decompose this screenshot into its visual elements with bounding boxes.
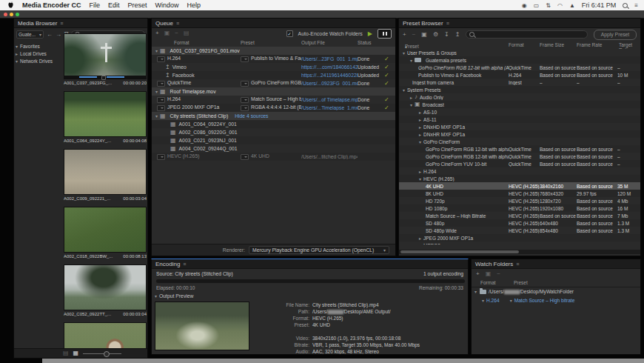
forward-icon[interactable]: → [56, 32, 61, 38]
preset-chip-icon[interactable] [241, 56, 249, 62]
output-format[interactable]: QuickTime [167, 80, 191, 85]
delete-preset-icon[interactable]: − [412, 32, 416, 38]
chevron-down-icon[interactable]: ▾ [419, 139, 421, 144]
encoding-tab[interactable]: Encoding ≡ [152, 259, 468, 269]
minimize-button[interactable] [10, 13, 13, 16]
upload-destination[interactable]: Facebook [172, 73, 195, 78]
clip-thumbnail[interactable] [64, 207, 147, 253]
preset-category-row[interactable]: ▸AS-10 [399, 108, 640, 116]
preset-category-row[interactable]: ▸MPEG2 [399, 242, 640, 244]
apple-icon[interactable] [7, 1, 14, 9]
preset-row[interactable]: HD 720p HEVC (H.265)1280x720Based on sou… [399, 197, 640, 204]
panel-menu-icon[interactable]: ≡ [60, 21, 63, 26]
chevron-down-icon[interactable]: ▾ [155, 113, 158, 119]
chevron-down-icon[interactable]: ▾ [155, 89, 158, 94]
remove-watch-folder-icon[interactable]: − [497, 271, 500, 277]
preset-category-row[interactable]: ▾▣Broadcast [399, 101, 640, 108]
chevron-down-icon[interactable]: ▾ [419, 176, 421, 182]
close-button[interactable] [4, 13, 7, 16]
preset-chip-icon[interactable] [241, 81, 249, 87]
display-icon[interactable]: ▭ [534, 2, 540, 9]
preset-category-row[interactable]: ▸AS-11 [399, 116, 640, 123]
media-clip[interactable]: A002_C009_092221_...00:00:03:04 [64, 149, 147, 202]
chevron-right-icon[interactable]: ▸ [419, 169, 421, 174]
clip-thumbnail[interactable] [64, 264, 147, 310]
queue-source-row[interactable]: ▦A002_C086_09220G_001 [152, 128, 395, 136]
tree-item-network-drives[interactable]: ▾ Network Drives [16, 57, 63, 64]
output-file-link[interactable]: /Users/...0923FG_001.mov [301, 81, 358, 86]
chevron-right-icon[interactable]: ▸ [419, 117, 421, 122]
tree-item-favorites[interactable]: ▾ Favorites [16, 42, 63, 50]
output-file-link[interactable]: https://....com/184066142 [301, 64, 358, 70]
screen-record-icon[interactable]: ◉ [522, 2, 527, 9]
scrollbar-thumb[interactable] [400, 250, 519, 253]
chevron-right-icon[interactable]: ▸ [419, 236, 421, 241]
menubar-app-name[interactable]: Media Encoder CC [22, 1, 81, 9]
queue-job-row[interactable]: ▾ ▦ A001_C037_0921FG_001.mov [152, 47, 395, 55]
preset-row[interactable]: GoPro CineForm RGB 12-bit with alpha (Al… [399, 64, 640, 71]
queue-upload-row[interactable]: ↥Facebook https://...241196144602283 Upl… [152, 71, 395, 79]
menu-file[interactable]: File [90, 1, 101, 9]
queue-output-row[interactable]: JPEG 2000 MXF OP1a RGBA 4:4:4:4 12-bit (… [152, 104, 395, 112]
queue-output-row[interactable]: H.264 Match Source – High bitr... /Users… [152, 96, 395, 104]
panel-menu-icon[interactable]: ≡ [183, 262, 186, 267]
menubar-clock[interactable]: Fri 6:41 PM [582, 1, 617, 9]
chevron-right-icon[interactable]: ▸ [419, 132, 421, 137]
back-icon[interactable]: ← [47, 32, 53, 38]
source-dropdown[interactable]: Guate... ▾ [16, 30, 44, 39]
preset-category-row[interactable]: ▸DNxHD MXF OP1a [399, 123, 640, 130]
format-chip-icon[interactable] [157, 97, 165, 103]
menu-preset[interactable]: Preset [128, 1, 147, 9]
clip-thumbnail[interactable] [64, 91, 147, 137]
list-view-icon[interactable]: ▤ [63, 350, 69, 356]
menu-window[interactable]: Window [155, 1, 179, 9]
chevron-down-icon[interactable]: ▾ [474, 289, 477, 294]
queue-source-row[interactable]: ▦A004_C002_09244Q_001 [152, 144, 395, 153]
media-clip[interactable]: A001_C064_09224Y_...00:00:04:08 [64, 91, 147, 144]
chevron-down-icon[interactable]: ▾ [403, 87, 405, 93]
preset-row[interactable]: 8K UHD HEVC (H.265)7680x432029.97 fps120… [399, 190, 640, 197]
create-preset-icon[interactable]: + [403, 32, 406, 38]
queue-encoding-row[interactable]: HEVC (H.265) 4K UHD /Users/...titched Cl… [152, 153, 395, 161]
output-format[interactable]: JPEG 2000 MXF OP1a [167, 104, 219, 110]
chevron-down-icon[interactable]: ▾ [510, 298, 512, 303]
output-file-link[interactable]: /Users/...23FG_001_1.mp4 [301, 56, 358, 61]
preset-row-selected[interactable]: 4K UHD HEVC (H.265)3840x2160Based on sou… [399, 182, 640, 190]
output-file-link[interactable]: /Users/...Timelapse_1.mxf [301, 105, 358, 110]
preset-section-row[interactable]: ▾System Presets [399, 86, 640, 93]
chevron-right-icon[interactable]: ▸ [419, 110, 421, 115]
panel-menu-icon[interactable]: ≡ [176, 21, 179, 26]
zoom-button[interactable] [16, 13, 19, 16]
scrub-bar[interactable] [64, 76, 146, 79]
preset-category-row[interactable]: ▾HEVC (H.265) [399, 175, 640, 182]
start-queue-icon[interactable]: ▶ [368, 30, 372, 37]
preset-row[interactable]: GoPro CineForm RGB 12-bit with alpha Qui… [399, 145, 640, 153]
preset-row[interactable]: Publish to Vimeo & Facebook H.264Based o… [399, 71, 640, 79]
preset-chip-icon[interactable] [241, 105, 249, 111]
media-clip[interactable] [64, 322, 147, 349]
import-preset-icon[interactable]: ↧ [444, 32, 449, 38]
hide-sources-link[interactable]: Hide 4 sources [235, 113, 268, 119]
wifi-icon[interactable]: ◠ [557, 2, 563, 9]
queue-source-row[interactable]: ▦A003_C021_0923NJ_001 [152, 136, 395, 144]
chevron-down-icon[interactable]: ▾ [403, 50, 405, 56]
menu-edit[interactable]: Edit [108, 1, 120, 9]
chevron-down-icon[interactable]: ▾ [410, 58, 412, 63]
remove-icon[interactable]: − [175, 30, 178, 36]
eject-icon[interactable]: ▲ [569, 2, 575, 9]
apply-preset-button[interactable]: Apply Preset [594, 30, 637, 40]
preset-browser-tab[interactable]: Preset Browser ≡ [399, 19, 640, 28]
queue-source-row[interactable]: ▦A001_C064_09224Y_001 [152, 120, 395, 128]
horizontal-scrollbar[interactable] [399, 250, 640, 254]
menu-help[interactable]: Help [187, 1, 201, 9]
preset-group-row[interactable]: ▾Guatemala presets [399, 56, 640, 64]
format-chip-icon[interactable] [157, 105, 165, 111]
preset-row[interactable]: SD 480p Wide HEVC (H.265)854x480Based on… [399, 227, 640, 234]
format-chip-icon[interactable] [157, 56, 165, 62]
output-preset[interactable]: GoPro CineForm RGB 12... [251, 80, 301, 85]
chevron-right-icon[interactable]: ▸ [419, 124, 421, 130]
media-clip[interactable]: A002_C018_0922BW_...00:00:08:13 [64, 207, 147, 260]
panel-menu-icon[interactable]: ≡ [446, 21, 449, 26]
queue-job-row[interactable]: ▾ ▦ Roof Timelapse.mov [152, 87, 395, 96]
preset-row[interactable]: SD 480p HEVC (H.265)640x480Based on sour… [399, 219, 640, 227]
